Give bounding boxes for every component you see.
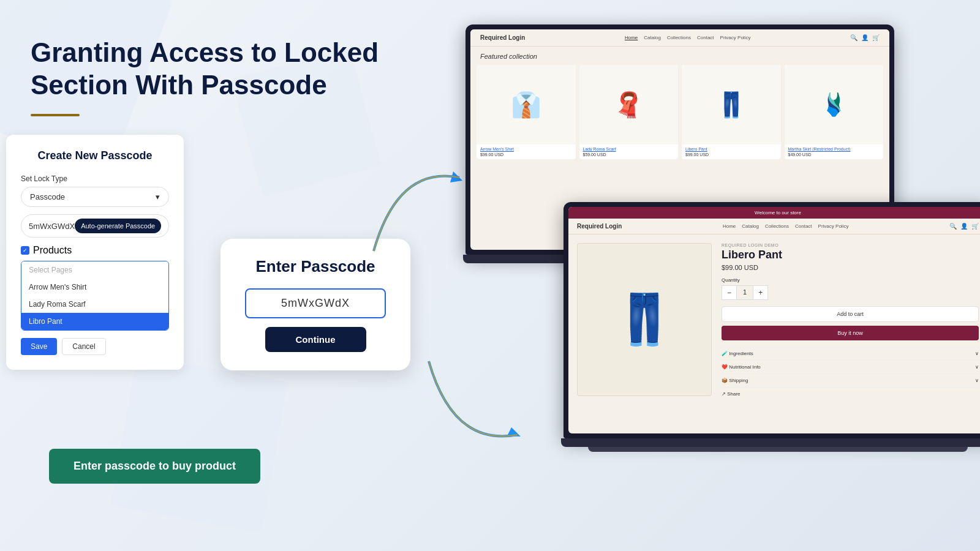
qty-value: 1 [737, 285, 753, 300]
product-item-1[interactable]: Arrow Men's Shirt [21, 279, 168, 296]
detail-row-3[interactable]: 📦 Shipping ∨ [722, 373, 979, 387]
cart-icon-bottom: 🛒 [971, 223, 979, 230]
card-actions: Save Cancel [21, 338, 169, 355]
product-card-2[interactable]: 🧣 Lady Roma Scarf $59.00 USD [579, 65, 679, 159]
search-icon-bottom: 🔍 [949, 223, 957, 230]
product-detail-info: REQUIRED LOGIN DEMO Libero Pant $99.00 U… [722, 243, 979, 400]
shop-nav-bottom: Required Login Home Catalog Collections … [568, 219, 980, 234]
products-label: Products [33, 245, 72, 256]
account-icon-bottom: 👤 [960, 223, 968, 230]
product-item-2[interactable]: Lady Roma Scarf [21, 296, 168, 313]
continue-button[interactable]: Continue [265, 327, 366, 352]
required-label: REQUIRED LOGIN DEMO [722, 243, 979, 247]
product-img-3: 👖 [682, 65, 781, 144]
shop-logo-bottom: Required Login [577, 223, 622, 230]
product-name-3: Libero Pant [682, 144, 781, 152]
product-name-1: Arrow Men's Shirt [477, 144, 576, 152]
products-dropdown[interactable]: Select Pages Arrow Men's Shirt Lady Roma… [21, 261, 169, 331]
product-price-2: $59.00 USD [579, 152, 679, 159]
laptop-feet [588, 447, 968, 452]
save-button[interactable]: Save [21, 338, 57, 355]
wine-banner: Welcome to our store [568, 207, 980, 219]
product-card-3[interactable]: 👖 Libero Pant $99.00 USD [682, 65, 781, 159]
product-detail-name: Libero Pant [722, 249, 979, 261]
detail-row-4[interactable]: ↗ Share [722, 387, 979, 400]
product-name-2: Lady Roma Scarf [579, 144, 679, 152]
card-title: Create New Passcode [21, 149, 169, 162]
featured-title: Featured collection [470, 47, 889, 65]
search-icon-top: 🔍 [850, 34, 858, 41]
lock-type-label: Set Lock Type [21, 174, 169, 183]
enter-passcode-modal: Enter Passcode 5mWxGWdX Continue [221, 239, 410, 370]
qty-label: Quantity [722, 277, 979, 283]
passcode-input-row: 5mWxGWdX Auto-generate Passcode [21, 214, 169, 238]
main-title: Granting Access to Locked Section With P… [31, 37, 435, 102]
modal-title: Enter Passcode [245, 257, 386, 276]
product-item-3[interactable]: Libro Pant [21, 313, 168, 330]
laptop-bottom: Welcome to our store Required Login Home… [564, 202, 980, 452]
products-checkbox[interactable] [21, 246, 29, 255]
nav-links-top: Home Catalog Collections Contact Privacy… [625, 35, 750, 40]
account-icon-top: 👤 [861, 34, 869, 41]
product-card-1[interactable]: 👔 Arrow Men's Shirt $99.00 USD [477, 65, 576, 159]
lock-type-select[interactable]: Passcode ▾ [21, 187, 169, 207]
shop-logo-top: Required Login [480, 34, 525, 41]
product-price-3: $99.00 USD [682, 152, 781, 159]
title-underline [31, 114, 80, 116]
product-price-1: $99.00 USD [477, 152, 576, 159]
product-img-2: 🧣 [579, 65, 679, 144]
chevron-down-icon: ∨ [975, 351, 979, 356]
products-checkbox-row: Products [21, 245, 169, 256]
cart-icon-top: 🛒 [872, 34, 880, 41]
add-to-cart-button[interactable]: Add to cart [722, 306, 979, 322]
laptop-base-bottom [561, 438, 980, 447]
cta-button[interactable]: Enter passcode to buy product [49, 449, 260, 484]
product-card-4[interactable]: 🩱 Martha Skirt (Restricted Product) $49.… [785, 65, 884, 159]
product-name-4: Martha Skirt (Restricted Product) [785, 144, 884, 152]
product-img-1: 👔 [477, 65, 576, 144]
product-detail-price: $99.00 USD [722, 264, 979, 271]
detail-row-1[interactable]: 🧪 Ingredients ∨ [722, 347, 979, 360]
shop-nav-top: Required Login Home Catalog Collections … [470, 29, 889, 47]
cancel-button[interactable]: Cancel [62, 338, 105, 355]
product-detail: 👖 REQUIRED LOGIN DEMO Libero Pant $99.00… [568, 234, 980, 409]
qty-decrease[interactable]: − [722, 285, 737, 300]
product-price-4: $49.00 USD [785, 152, 884, 159]
product-img-4: 🩱 [785, 65, 884, 144]
passcode-value[interactable]: 5mWxGWdX [29, 222, 75, 231]
chevron-down-icon-3: ∨ [975, 378, 979, 383]
autogenerate-button[interactable]: Auto-generate Passcode [75, 219, 161, 233]
qty-increase[interactable]: + [753, 285, 768, 300]
qty-control: − 1 + [722, 285, 768, 300]
product-detail-image: 👖 [577, 243, 712, 396]
products-grid: 👔 Arrow Men's Shirt $99.00 USD 🧣 Lady Ro… [470, 65, 889, 165]
create-passcode-card: Create New Passcode Set Lock Type Passco… [6, 135, 184, 370]
passcode-display[interactable]: 5mWxGWdX [245, 288, 386, 318]
chevron-down-icon-2: ∨ [975, 364, 979, 370]
buy-now-button[interactable]: Buy it now [722, 326, 979, 340]
detail-row-2[interactable]: ❤️ Nutritional Info ∨ [722, 360, 979, 373]
select-pages-placeholder: Select Pages [21, 261, 168, 279]
